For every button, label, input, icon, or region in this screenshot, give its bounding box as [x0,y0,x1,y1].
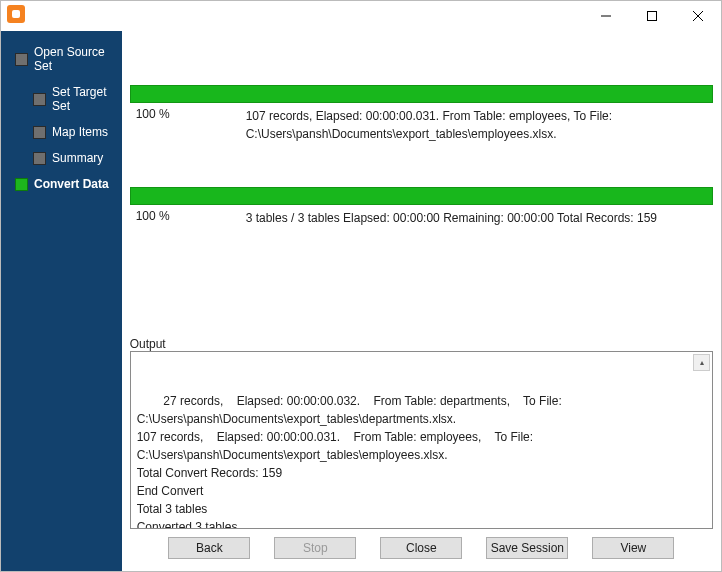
sidebar-item-open-source-set[interactable]: Open Source Set [1,39,122,79]
progress-bar-overall [130,187,713,205]
close-button[interactable] [675,1,721,31]
close-wizard-button[interactable]: Close [380,537,462,559]
output-textarea[interactable]: ▴ 27 records, Elapsed: 00:00:00.032. Fro… [130,351,713,529]
step-box-icon [15,53,28,66]
view-button[interactable]: View [592,537,674,559]
progress-detail: 107 records, Elapsed: 00:00:00.031. From… [246,107,707,143]
save-session-button[interactable]: Save Session [486,537,568,559]
output-label: Output [130,337,713,351]
progress-info-current-table: 100 % 107 records, Elapsed: 00:00:00.031… [130,103,713,143]
progress-detail: 3 tables / 3 tables Elapsed: 00:00:00 Re… [246,209,707,227]
app-icon [7,5,25,23]
button-row: Back Stop Close Save Session View [130,529,713,563]
sidebar-item-label: Set Target Set [52,85,114,113]
minimize-button[interactable] [583,1,629,31]
svg-rect-1 [648,12,657,21]
step-box-icon [33,93,46,106]
titlebar [1,1,721,31]
app-window: Open Source Set Set Target Set Map Items… [0,0,722,572]
sidebar-item-label: Summary [52,151,103,165]
scroll-up-button[interactable]: ▴ [693,354,710,371]
maximize-button[interactable] [629,1,675,31]
output-text: 27 records, Elapsed: 00:00:00.032. From … [137,394,565,529]
step-box-icon [33,152,46,165]
sidebar-item-convert-data[interactable]: Convert Data [1,171,122,197]
main-panel: 100 % 107 records, Elapsed: 00:00:00.031… [122,31,721,571]
sidebar-item-set-target-set[interactable]: Set Target Set [1,79,122,119]
back-button[interactable]: Back [168,537,250,559]
wizard-sidebar: Open Source Set Set Target Set Map Items… [1,31,122,571]
progress-info-overall: 100 % 3 tables / 3 tables Elapsed: 00:00… [130,205,713,227]
progress-percent: 100 % [136,107,196,143]
progress-bar-current-table [130,85,713,103]
step-box-icon [15,178,28,191]
sidebar-item-label: Open Source Set [34,45,114,73]
sidebar-item-label: Map Items [52,125,108,139]
sidebar-item-label: Convert Data [34,177,109,191]
stop-button: Stop [274,537,356,559]
step-box-icon [33,126,46,139]
sidebar-item-summary[interactable]: Summary [1,145,122,171]
sidebar-item-map-items[interactable]: Map Items [1,119,122,145]
progress-percent: 100 % [136,209,196,227]
